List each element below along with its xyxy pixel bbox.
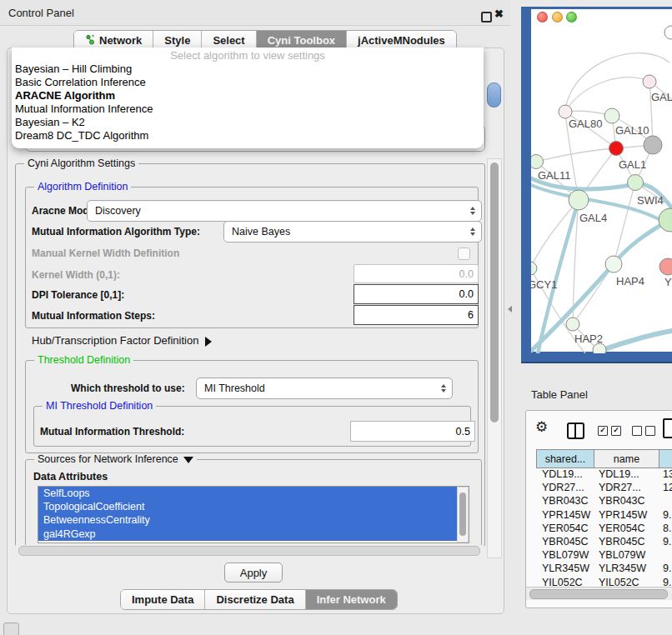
network-node-label-gal: GAL [651,91,672,103]
mi-threshold-label: Mutual Information Threshold: [40,426,184,438]
sources-group-label[interactable]: Sources for Network Inference [34,453,197,465]
select-all-columns-icon[interactable]: ✓✓ [598,426,621,436]
control-panel-title: Control Panel [8,7,74,19]
hub-definition-label: Hub/Transcription Factor Definition [32,334,198,347]
table-cell: YBR043C [536,495,593,507]
network-edge-thick[interactable] [599,331,672,351]
mi-steps-field[interactable]: 6 [354,305,479,325]
mi-algorithm-type-combobox[interactable]: Naive Bayes [223,221,482,242]
network-node[interactable] [659,208,672,232]
settings-hscrollbar-thumb[interactable] [18,546,480,556]
kernel-width-field[interactable]: 0.0 [354,264,479,283]
algorithm-option-aracne-algorithm[interactable]: ARACNE Algorithm [12,89,484,102]
table-cell: 8. [657,522,672,534]
table-hscrollbar-thumb[interactable] [529,589,668,599]
network-node[interactable] [566,318,579,331]
list-scrollbar[interactable] [457,487,469,542]
apply-button[interactable]: Apply [224,562,283,582]
algorithm-option-bayesian-k2[interactable]: Bayesian – K2 [12,116,484,129]
mi-steps-label: Mutual Information Steps: [32,310,155,322]
network-edge[interactable] [536,148,616,162]
table-row[interactable]: YBR043CYBR043C [536,494,672,508]
network-node[interactable] [659,258,672,275]
column-header-shared[interactable]: shared... [536,449,594,468]
column-header-a[interactable]: A [659,449,672,468]
gear-icon[interactable]: ⚙ [535,418,548,436]
table-row[interactable]: YBL079WYBL079W [536,548,672,562]
table-cell: 9. [657,562,672,574]
network-node-label-hap4: HAP4 [616,275,644,288]
algorithm-option-dream8-dc-tdc-algorithm[interactable]: Dream8 DC_TDC Algorithm [12,129,484,142]
network-node[interactable] [531,262,537,275]
splitter-collapse-icon[interactable] [508,306,512,312]
network-node[interactable] [604,108,619,123]
tab-label: Cyni Toolbox [268,34,335,47]
network-edge[interactable] [531,200,579,268]
tab-impute-data[interactable]: Impute Data [121,590,205,609]
list-item-betweennesscentrality[interactable]: BetweennessCentrality [38,513,463,527]
network-node[interactable] [569,190,589,210]
aracne-mode-combobox[interactable]: Discovery [87,200,482,222]
column-header-name[interactable]: name [594,449,659,468]
table-row[interactable]: YDL19...YDL19...13 [536,468,672,481]
algorithm-option-bayesian-hill-climbing[interactable]: Bayesian – Hill Climbing [12,62,484,76]
list-item-gal4rgexp[interactable]: gal4RGexp [38,528,463,541]
export-table-icon[interactable] [663,418,672,438]
network-node[interactable] [643,75,656,88]
table-cell: YBR043C [593,495,657,507]
tab-infer-network[interactable]: Infer Network [306,590,397,609]
close-icon[interactable]: ✖ [494,8,504,20]
mi-algorithm-type-label: Mutual Information Algorithm Type: [32,226,200,238]
list-item-selfloops[interactable]: SelfLoops [38,487,463,500]
threshold-definition-label: Threshold Definition [34,354,133,366]
which-threshold-combobox[interactable]: MI Threshold [196,378,453,399]
dock-panel-icon[interactable] [3,622,19,635]
list-item-topologicalcoefficient[interactable]: TopologicalCoefficient [38,500,463,513]
window-zoom-traffic-light[interactable] [566,12,577,22]
stepper-arrows-icon [470,207,475,215]
table-row[interactable]: YER054CYER054C8. [536,522,672,535]
table-cell: YER054C [593,522,657,534]
window-minimize-traffic-light[interactable] [552,12,563,22]
table-hscrollbar[interactable] [526,587,672,600]
table-cell: YDR27... [536,482,593,493]
network-node[interactable] [664,26,672,39]
settings-hscrollbar[interactable] [16,545,484,557]
table-row[interactable]: YDR27...YDR27...12 [536,481,672,494]
list-scrollbar-thumb[interactable] [459,492,466,536]
algorithm-option-basic-correlation-inference[interactable]: Basic Correlation Inference [12,76,484,89]
algorithm-option-mutual-information-inference[interactable]: Mutual Information Inference [12,102,484,116]
float-window-icon[interactable] [481,12,492,22]
aracne-mode-value: Discovery [95,205,141,217]
settings-vscrollbar[interactable] [487,158,502,558]
network-node-label-hap2: HAP2 [574,332,603,345]
table-row[interactable]: YLR345WYLR345W9. [536,562,672,575]
tab-label: Select [213,34,244,47]
table-row[interactable]: YBR045CYBR045C9. [536,535,672,548]
network-graph[interactable]: GALGAL80GAL10GAL1GAL11SWI4GAL4HAP4YGCY1H… [531,23,672,353]
network-node-label-gal4: GAL4 [579,212,607,224]
tab-discretize-data[interactable]: Discretize Data [205,590,305,609]
dpi-tolerance-field[interactable]: 0.0 [354,284,479,304]
split-columns-icon[interactable] [567,422,584,439]
network-node[interactable] [609,142,624,156]
scrollbar-thumb-blue[interactable] [487,82,501,108]
network-node[interactable] [531,155,544,169]
data-attributes-list: SelfLoopsTopologicalCoefficientBetweenne… [38,487,469,541]
manual-kernel-width-checkbox[interactable] [458,248,470,260]
network-edge[interactable] [565,78,649,112]
table-cell: YPR145W [536,509,593,521]
network-node-label-gcy1: GCY1 [531,278,557,291]
network-node[interactable] [644,136,662,154]
settings-vscrollbar-thumb[interactable] [490,162,499,422]
deselect-all-columns-icon[interactable] [632,426,655,436]
network-node[interactable] [628,175,644,191]
hub-definition-expander[interactable]: Hub/Transcription Factor Definition [32,334,212,347]
network-node[interactable] [559,105,572,118]
window-close-traffic-light[interactable] [537,12,548,22]
network-node[interactable] [605,256,622,272]
table-cell: YER054C [536,522,593,534]
table-row[interactable]: YPR145WYPR145W9. [536,508,672,522]
network-canvas[interactable]: GALGAL80GAL10GAL1GAL11SWI4GAL4HAP4YGCY1H… [531,9,672,352]
mi-threshold-field[interactable]: 0.5 [350,421,475,442]
